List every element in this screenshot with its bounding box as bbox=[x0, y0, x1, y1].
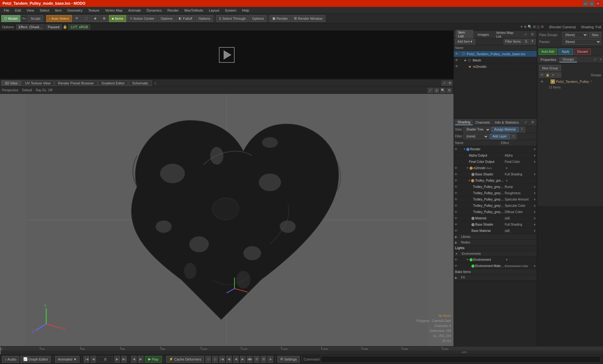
menu-file[interactable]: File bbox=[1, 8, 12, 13]
tb-icon-btn-2[interactable]: ⬚ bbox=[82, 15, 90, 22]
item-list-s-button[interactable]: S bbox=[523, 39, 529, 45]
viewport-options-button[interactable]: ⚙ bbox=[447, 88, 452, 93]
sh-eye-trolley-spec-amt[interactable]: 👁 bbox=[454, 198, 459, 201]
menu-render[interactable]: Render bbox=[165, 8, 181, 13]
group-settings-button[interactable]: ⚙ bbox=[551, 72, 556, 78]
menu-item[interactable]: Item bbox=[52, 8, 64, 13]
sh-row-trolley-bump[interactable]: 👁 Trolley_Pulley_grey_bu... Bump ▼ bbox=[454, 184, 537, 190]
options-button-2[interactable]: Options bbox=[196, 15, 213, 22]
tab-uv-texture[interactable]: UV Texture View bbox=[22, 80, 54, 86]
render-button[interactable]: ▣ Render bbox=[269, 15, 291, 22]
group-lock-button[interactable]: 🔒 bbox=[545, 72, 550, 78]
add-item-button[interactable]: Add Item ▼ bbox=[455, 39, 475, 45]
frame-input[interactable]: 0 bbox=[97, 356, 113, 362]
sh-row-final-color[interactable]: Final Color Output Final Color ▼ bbox=[454, 159, 537, 165]
visibility-icon-3[interactable]: 👁 bbox=[455, 65, 460, 68]
audio-button[interactable]: ♪ Audio bbox=[2, 356, 19, 363]
transport-icon-btn-8[interactable]: ⊞ bbox=[254, 356, 259, 363]
shading-filter-dropdown[interactable]: (none) bbox=[464, 134, 489, 139]
tab-3d-view[interactable]: 3D View bbox=[1, 80, 21, 86]
sh-expand-library[interactable]: ▶ bbox=[455, 235, 457, 238]
sh-row-trolley-diffuse[interactable]: 👁 Trolley_Pulley_grey_df... Diffuse Colo… bbox=[454, 209, 537, 215]
tab-render-preset[interactable]: Render Preset Browser bbox=[55, 80, 97, 86]
tb-icon-btn-4[interactable]: ⊕ bbox=[100, 15, 108, 22]
tab-vertex-map-list[interactable]: Vertex Map List bbox=[493, 30, 521, 39]
items-button[interactable]: ■ Items bbox=[109, 15, 126, 22]
menu-texture[interactable]: Texture bbox=[86, 8, 102, 13]
sh-eye-trolley-rough[interactable]: 👁 bbox=[454, 191, 459, 195]
transport-icon-btn-3[interactable]: |◀ bbox=[219, 356, 225, 363]
tb-icon-btn-1[interactable]: ⟳ bbox=[73, 15, 81, 22]
sh-row-material[interactable]: 👁 Material (all) ▼ bbox=[454, 215, 537, 222]
menu-view[interactable]: View bbox=[24, 8, 37, 13]
sh-expand-nodes[interactable]: ▶ bbox=[455, 241, 457, 244]
sh-eye-trolley-bump[interactable]: 👁 bbox=[454, 185, 459, 189]
sh-row-m2modo[interactable]: 👁 ▼ m2modo Item ▼ bbox=[454, 165, 537, 171]
render-window-button[interactable]: ⊞ Render Window bbox=[291, 15, 325, 22]
tab-gradient-editor[interactable]: Gradient Editor bbox=[98, 80, 128, 86]
sh-section-fx[interactable]: ▶ FX bbox=[454, 275, 537, 281]
sh-expand-trolley[interactable]: ▼ bbox=[468, 179, 470, 182]
sh-eye-base-material[interactable]: 👁 bbox=[454, 229, 459, 233]
tab-groups[interactable]: Groups bbox=[559, 57, 577, 62]
sh-row-base-material[interactable]: 👁 Base Material (all) ▼ bbox=[454, 228, 537, 234]
transport-icon-btn-2[interactable]: ◎ bbox=[212, 356, 218, 363]
sh-expand-render[interactable]: ▼ bbox=[463, 148, 466, 151]
cache-deformers-button[interactable]: ⚡ Cache Deformers bbox=[166, 356, 204, 363]
tab-shading[interactable]: Shading bbox=[455, 120, 473, 125]
scene-area[interactable]: X Y Z bbox=[0, 94, 454, 346]
viewport-maximize-button[interactable]: ⤢ bbox=[428, 88, 433, 93]
graph-editor-button[interactable]: 📈 Graph Editor bbox=[20, 356, 51, 363]
sh-eye-material[interactable]: 👁 bbox=[454, 217, 459, 220]
sh-row-render[interactable]: 👁 ▼ Render ▼ bbox=[454, 146, 537, 153]
sh-eye-base-shader[interactable]: 👁 bbox=[454, 173, 459, 176]
menu-vertex-map[interactable]: Vertex Map bbox=[103, 8, 125, 13]
add-layer-button[interactable]: Add Layer bbox=[490, 134, 510, 139]
shader-tree-dropdown[interactable]: Shader Tree bbox=[464, 127, 491, 132]
sh-row-environment[interactable]: 👁 ▼ Environment ▼ bbox=[454, 257, 537, 263]
sh-expand-m2modo[interactable]: ▼ bbox=[466, 167, 469, 169]
visibility-icon[interactable]: 👁 bbox=[455, 52, 460, 56]
apply-button[interactable]: Apply bbox=[558, 49, 573, 55]
sh-row-environment-material[interactable]: 👁 Environment Material Environment Color… bbox=[454, 263, 537, 269]
sh-row-base-shader-2[interactable]: 👁 Base Shader Full Shading ▼ bbox=[454, 222, 537, 228]
viewport-zoom-button[interactable]: 🔍 bbox=[440, 88, 445, 93]
options-button-3[interactable]: Options bbox=[249, 15, 267, 22]
tab-item-list[interactable]: Item List bbox=[456, 30, 473, 39]
window-controls[interactable]: — □ ✕ bbox=[583, 1, 600, 6]
panel-expand-button[interactable]: ⤢ bbox=[523, 32, 528, 37]
falloff-button[interactable]: ◐ Falloff bbox=[176, 15, 195, 22]
transport-icon-btn-7[interactable]: ◀▶ bbox=[247, 356, 253, 363]
sh-expand-environments[interactable]: ▼ bbox=[455, 252, 458, 255]
sh-eye-base-shader-2[interactable]: 👁 bbox=[454, 223, 459, 226]
sh-eye-m2modo[interactable]: 👁 bbox=[454, 166, 459, 170]
group-entry-main[interactable]: 👁 P Petzl_Tandem_Pulley ? bbox=[539, 79, 601, 84]
transport-icon-btn-5[interactable]: ◀ bbox=[233, 356, 239, 363]
transport-icon-btn-10[interactable]: ◈ bbox=[268, 356, 273, 363]
groups-add-button[interactable]: + bbox=[599, 57, 603, 61]
sh-eye-trolley[interactable]: 👁 bbox=[454, 179, 459, 182]
sh-section-bake-items[interactable]: Bake Items bbox=[454, 269, 537, 275]
maximize-button[interactable]: □ bbox=[589, 1, 594, 6]
mode-model-button[interactable]: ⬡ Model bbox=[1, 15, 20, 22]
item-row-m2modo[interactable]: 👁 ■ m2modo bbox=[454, 63, 537, 70]
menu-edit[interactable]: Edit bbox=[13, 8, 24, 13]
assign-material-button[interactable]: Assign Material bbox=[492, 127, 519, 132]
visibility-icon-2[interactable]: 👁 bbox=[455, 58, 460, 62]
menu-geometry[interactable]: Geometry bbox=[65, 8, 85, 13]
item-row-scene[interactable]: 👁 ⬡ Petzl_Tandem_Pulley_modo_base.lxo bbox=[454, 51, 537, 57]
add-viewport-tab-button[interactable]: + bbox=[152, 81, 158, 86]
shading-settings-button[interactable]: ⚙ bbox=[530, 120, 535, 124]
tab-properties[interactable]: Properties bbox=[537, 57, 559, 62]
auto-select-button[interactable]: ↕ Auto Select bbox=[46, 15, 72, 22]
item-list-f-button[interactable]: F bbox=[530, 39, 535, 45]
options-button-1[interactable]: Options bbox=[158, 15, 175, 22]
sh-row-trolley-roughness[interactable]: 👁 Trolley_Pulley_grey_gl... Roughness ▼ bbox=[454, 190, 537, 196]
close-button[interactable]: ✕ bbox=[595, 1, 600, 6]
animated-button[interactable]: Animated ▼ bbox=[55, 356, 79, 363]
item-row-mesh[interactable]: 👁 ▶ ⬡ Mesh bbox=[454, 57, 537, 63]
select-through-button[interactable]: ⧖ Select Through bbox=[216, 15, 248, 22]
sh-section-nodes[interactable]: ▶ Nodes bbox=[454, 240, 537, 245]
go-to-start-button[interactable]: |◀ bbox=[84, 356, 89, 363]
passes-dropdown[interactable]: (None) bbox=[562, 39, 601, 45]
